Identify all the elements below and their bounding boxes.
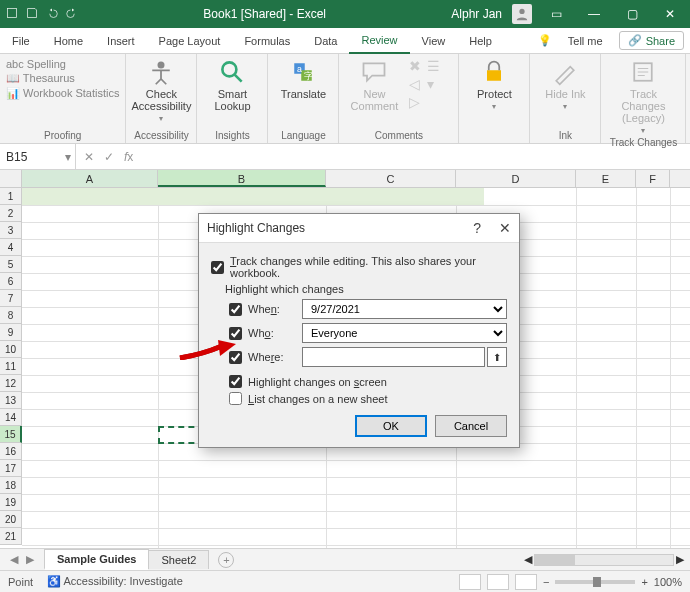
translate-button[interactable]: a字 Translate <box>274 58 332 100</box>
zoom-slider[interactable] <box>555 580 635 584</box>
row-header[interactable]: 11 <box>0 358 22 375</box>
row-header[interactable]: 3 <box>0 222 22 239</box>
notes-icon[interactable]: ▾ <box>427 76 440 92</box>
hscroll-thumb[interactable] <box>535 555 575 565</box>
tab-help[interactable]: Help <box>457 28 504 54</box>
status-accessibility[interactable]: ♿ Accessibility: Investigate <box>47 575 183 588</box>
row-header[interactable]: 20 <box>0 511 22 528</box>
view-pagelayout-icon[interactable] <box>487 574 509 590</box>
col-header-c[interactable]: C <box>326 170 456 187</box>
row-header[interactable]: 18 <box>0 477 22 494</box>
row-header[interactable]: 8 <box>0 307 22 324</box>
row-header[interactable]: 17 <box>0 460 22 477</box>
highlight-onscreen-checkbox[interactable] <box>229 375 242 388</box>
sheet-tab-active[interactable]: Sample Guides <box>44 549 149 570</box>
share-button[interactable]: 🔗 Share <box>619 31 684 50</box>
row-header[interactable]: 4 <box>0 239 22 256</box>
protect-button[interactable]: Protect▾ <box>465 58 523 111</box>
row-header[interactable]: 19 <box>0 494 22 511</box>
redo-icon[interactable] <box>66 7 78 22</box>
hide-ink-button[interactable]: Hide Ink▾ <box>536 58 594 111</box>
thesaurus-button[interactable]: 📖 Thesaurus <box>6 72 119 85</box>
undo-icon[interactable] <box>46 7 58 22</box>
show-comments-icon[interactable]: ☰ <box>427 58 440 74</box>
avatar-icon[interactable] <box>512 4 532 24</box>
row-header[interactable]: 5 <box>0 256 22 273</box>
select-all-corner[interactable] <box>0 170 22 187</box>
tab-home[interactable]: Home <box>42 28 95 54</box>
zoom-out-icon[interactable]: − <box>543 576 549 588</box>
range-picker-icon[interactable]: ⬆ <box>487 347 507 367</box>
when-select[interactable]: 9/27/2021 <box>302 299 507 319</box>
tellme[interactable]: Tell me <box>556 28 615 54</box>
tab-file[interactable]: File <box>0 28 42 54</box>
dialog-close-icon[interactable]: ✕ <box>499 220 511 236</box>
view-normal-icon[interactable] <box>459 574 481 590</box>
tab-review[interactable]: Review <box>349 28 409 54</box>
save-icon[interactable] <box>26 7 38 22</box>
sheet-tab-other[interactable]: Sheet2 <box>148 550 209 569</box>
zoom-level[interactable]: 100% <box>654 576 682 588</box>
prev-comment-icon[interactable]: ◁ <box>409 76 421 92</box>
maximize-icon[interactable]: ▢ <box>618 7 646 21</box>
close-icon[interactable]: ✕ <box>656 7 684 21</box>
autosave-icon[interactable] <box>6 7 18 22</box>
dialog-help-icon[interactable]: ? <box>473 220 481 236</box>
row-header[interactable]: 14 <box>0 409 22 426</box>
cancel-formula-icon[interactable]: ✕ <box>84 150 94 164</box>
spelling-button[interactable]: abc Spelling <box>6 58 119 70</box>
smart-lookup-button[interactable]: Smart Lookup <box>203 58 261 112</box>
col-header-a[interactable]: A <box>22 170 158 187</box>
ok-button[interactable]: OK <box>355 415 427 437</box>
next-comment-icon[interactable]: ▷ <box>409 94 421 110</box>
tab-pagelayout[interactable]: Page Layout <box>147 28 233 54</box>
name-box[interactable]: B15▾ <box>0 144 76 169</box>
tab-insert[interactable]: Insert <box>95 28 147 54</box>
group-label-language: Language <box>274 128 332 141</box>
tab-data[interactable]: Data <box>302 28 349 54</box>
track-changes-button[interactable]: Track Changes (Legacy)▾ <box>607 58 679 135</box>
when-checkbox[interactable] <box>229 303 242 316</box>
minimize-icon[interactable]: — <box>580 7 608 21</box>
sheet-next-icon[interactable]: ▶ <box>26 553 34 566</box>
row-header[interactable]: 15 <box>0 426 22 443</box>
col-header-b[interactable]: B <box>158 170 326 187</box>
namebox-dropdown-icon[interactable]: ▾ <box>65 150 75 164</box>
ribbon-display-icon[interactable]: ▭ <box>542 7 570 21</box>
view-pagebreak-icon[interactable] <box>515 574 537 590</box>
check-accessibility-button[interactable]: Check Accessibility▾ <box>132 58 190 123</box>
tab-view[interactable]: View <box>410 28 458 54</box>
col-header-d[interactable]: D <box>456 170 576 187</box>
row-header[interactable]: 6 <box>0 273 22 290</box>
zoom-in-icon[interactable]: + <box>641 576 647 588</box>
workbook-stats-button[interactable]: 📊 Workbook Statistics <box>6 87 119 100</box>
hscroll-right-icon[interactable]: ▶ <box>676 553 684 566</box>
list-newsheet-checkbox[interactable] <box>229 392 242 405</box>
row-header[interactable]: 10 <box>0 341 22 358</box>
row-header[interactable]: 12 <box>0 375 22 392</box>
who-checkbox[interactable] <box>229 327 242 340</box>
hscroll-track[interactable] <box>534 554 674 566</box>
col-header-e[interactable]: E <box>576 170 636 187</box>
cancel-button[interactable]: Cancel <box>435 415 507 437</box>
where-checkbox[interactable] <box>229 351 242 364</box>
row-header[interactable]: 13 <box>0 392 22 409</box>
where-input[interactable] <box>302 347 485 367</box>
row-header[interactable]: 1 <box>0 188 22 205</box>
row-header[interactable]: 7 <box>0 290 22 307</box>
tab-formulas[interactable]: Formulas <box>232 28 302 54</box>
fx-icon[interactable]: fx <box>124 150 133 164</box>
who-select[interactable]: Everyone <box>302 323 507 343</box>
row-header[interactable]: 9 <box>0 324 22 341</box>
row-header[interactable]: 21 <box>0 528 22 545</box>
row-header[interactable]: 2 <box>0 205 22 222</box>
hscroll-left-icon[interactable]: ◀ <box>524 553 532 566</box>
new-sheet-button[interactable]: + <box>218 552 234 568</box>
row-header[interactable]: 16 <box>0 443 22 460</box>
col-header-f[interactable]: F <box>636 170 670 187</box>
new-comment-button[interactable]: New Comment <box>345 58 403 112</box>
sheet-prev-icon[interactable]: ◀ <box>10 553 18 566</box>
delete-comment-icon[interactable]: ✖ <box>409 58 421 74</box>
enter-formula-icon[interactable]: ✓ <box>104 150 114 164</box>
track-changes-checkbox[interactable] <box>211 261 224 274</box>
